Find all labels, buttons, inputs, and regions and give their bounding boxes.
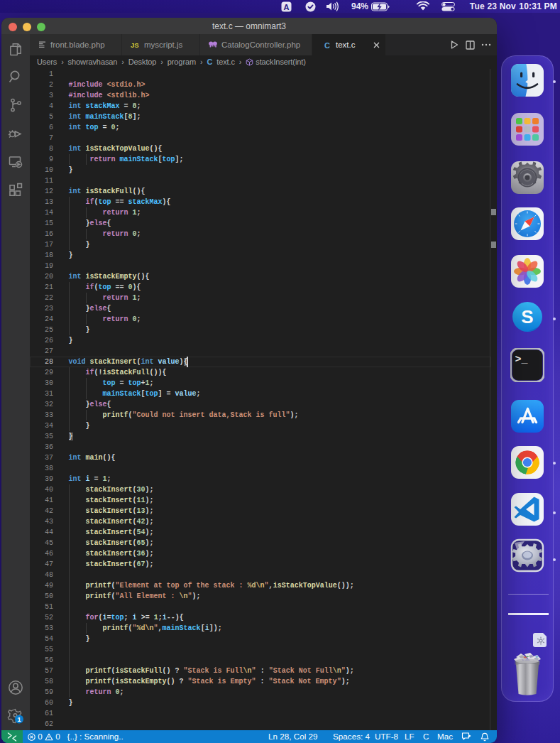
svg-text:>_: >_ <box>515 354 529 366</box>
svg-text:A: A <box>284 2 290 11</box>
svg-text:C: C <box>324 41 330 50</box>
svg-text:1: 1 <box>17 716 21 723</box>
svg-text:S: S <box>521 306 533 327</box>
svg-text:JS: JS <box>131 41 139 49</box>
